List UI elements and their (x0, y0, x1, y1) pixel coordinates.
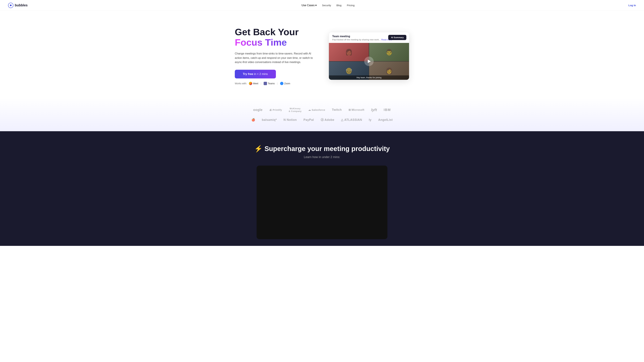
nav-use-cases[interactable]: Use Cases ▾ (302, 4, 317, 7)
logo-mckinsey: McKinsey& Company (289, 107, 302, 112)
login-button[interactable]: Log In (628, 4, 636, 7)
logos-row-2: 🍎 balsamiq* N Notion PayPal Ⓐ Adobe △ AT… (0, 115, 644, 124)
works-with-logos: Meet | Teams | Zoom (249, 82, 290, 85)
hero-description: Change meetings from time-sinks to time-… (235, 51, 315, 64)
dark-title: ⚡ Supercharge your meeting productivity (8, 145, 636, 153)
avatar-1: 👩🏾 (329, 43, 369, 61)
zoom-label: Zoom (284, 82, 290, 85)
logo-printify: 🖨 Printify (269, 108, 282, 111)
logo-salesforce: ☁ Salesforce (308, 108, 325, 111)
logo-text: bubbles (15, 3, 28, 7)
logo[interactable]: bubbles (8, 3, 28, 8)
meet-label: Meet (253, 82, 258, 85)
video-caption: Hey team, thanks for joining (329, 75, 409, 80)
hero-right: Team meeting Paul kicked off the meeting… (329, 32, 409, 80)
zoom-icon (280, 82, 284, 85)
teams-logo: Teams (264, 82, 275, 85)
ai-summary-badge[interactable]: AI Summary (388, 35, 406, 40)
meet-icon (249, 82, 252, 85)
video-card: Team meeting Paul kicked off the meeting… (329, 32, 409, 80)
logo-lyft: lyft (371, 108, 377, 112)
nav-pricing[interactable]: Pricing (347, 4, 354, 7)
hero-section: Get Back Your Focus Time Change meetings… (0, 11, 644, 98)
hero-title-line2: Focus Time (235, 37, 315, 48)
video-cell-1: 👩🏾 (329, 43, 369, 61)
try-free-button[interactable]: Try free in < 2 mins (235, 70, 276, 78)
cta-try: Try free (243, 72, 253, 76)
navbar: bubbles Use Cases ▾ Security Blog Pricin… (0, 0, 644, 11)
nav-links: Use Cases ▾ Security Blog Pricing (302, 4, 354, 7)
nav-security[interactable]: Security (322, 4, 331, 7)
logo-ly: ly (369, 118, 372, 122)
nav-blog[interactable]: Blog (336, 4, 342, 7)
divider-2: | (277, 82, 278, 85)
lightning-icon: ⚡ (254, 145, 263, 152)
logo-icon (8, 3, 14, 8)
play-button[interactable] (364, 57, 374, 66)
teams-icon (264, 82, 267, 85)
hero-title-line1: Get Back Your (235, 27, 315, 37)
logo-apple: 🍎 (252, 118, 255, 122)
dark-subtitle: Learn how in under 2 mins: (8, 155, 636, 159)
logo-notion: N Notion (284, 118, 297, 122)
works-with-label: Works with: (235, 82, 247, 85)
logo-balsamiq: balsamiq* (262, 118, 277, 122)
video-grid: 👩🏾 👨 👴 👩 Hey team, thanks for joining (329, 43, 409, 80)
logo-microsoft: ⊞ Microsoft (348, 108, 364, 111)
video-cell-2: 👨 (369, 43, 409, 61)
logo-paypal: PayPal (304, 118, 314, 122)
logo-twitch: Twitch (332, 108, 342, 112)
works-with: Works with: Meet | Teams | Zoom (235, 82, 315, 85)
logo-angellist: AngelList (378, 118, 393, 122)
video-card-header: Team meeting Paul kicked off the meeting… (329, 32, 409, 43)
divider-1: | (260, 82, 261, 85)
chevron-down-icon: ▾ (315, 4, 317, 7)
logo-google: oogle (253, 108, 263, 112)
logo-atlassian: △ ATLASSIAN (341, 118, 362, 122)
cta-rest: in < 2 mins (253, 72, 268, 76)
dark-section: ⚡ Supercharge your meeting productivity … (0, 131, 644, 246)
hero-left: Get Back Your Focus Time Change meetings… (235, 27, 315, 85)
logos-row-1: oogle 🖨 Printify McKinsey& Company ☁ Sal… (0, 105, 644, 115)
logos-section: oogle 🖨 Printify McKinsey& Company ☁ Sal… (0, 98, 644, 131)
dark-video-player[interactable] (256, 166, 388, 239)
teams-label: Teams (268, 82, 275, 85)
logo-ibm: IBM (384, 108, 391, 112)
meet-logo: Meet (249, 82, 258, 85)
avatar-2: 👨 (369, 43, 409, 61)
zoom-logo: Zoom (280, 82, 290, 85)
dark-title-text: Supercharge your meeting productivity (264, 145, 390, 152)
logo-adobe: Ⓐ Adobe (321, 118, 334, 122)
